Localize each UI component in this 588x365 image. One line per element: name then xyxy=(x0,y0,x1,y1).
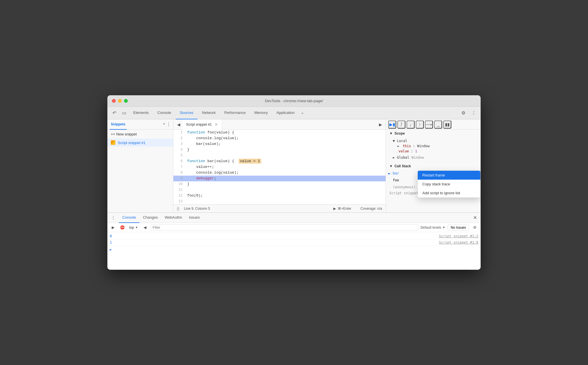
line-num-1: 1 xyxy=(173,130,185,135)
scope-collapse-icon: ▼ xyxy=(389,131,393,135)
settings-icon[interactable]: ⚙ xyxy=(459,108,468,118)
bottom-options-icon[interactable]: ⋮ xyxy=(110,214,117,221)
sidebar: Snippets » ⋮ + + New snippet Script snip… xyxy=(107,119,173,212)
bottom-close-icon[interactable]: ✕ xyxy=(471,214,478,221)
new-snippet-label: + New snippet xyxy=(113,132,137,136)
cursor-position: Line 9, Column 5 xyxy=(184,207,210,211)
console-settings-icon[interactable]: ⚙ xyxy=(471,224,478,231)
editor-nav-back-icon[interactable]: ◀ xyxy=(175,121,183,129)
close-button[interactable] xyxy=(112,99,116,103)
bottom-tab-console[interactable]: Console xyxy=(119,213,140,223)
global-section-header[interactable]: ► Global Window xyxy=(393,155,477,160)
call-stack-header[interactable]: ▼ Call Stack xyxy=(386,162,481,170)
run-snippet[interactable]: ▶ ⌘+Enter xyxy=(333,207,351,211)
levels-chevron-icon: ▼ xyxy=(442,226,445,229)
right-panel: ▶▮ ⤴ ↓ ↑ ⟶ ⎯ ▮▮ ▼ Scope ▼ Local xyxy=(386,119,481,212)
context-menu-copy-stack-trace[interactable]: Copy stack trace xyxy=(418,180,480,189)
line-num-6: 6 xyxy=(173,158,185,164)
global-expand-icon: ► xyxy=(393,156,397,160)
code-line-10: 10 } xyxy=(173,181,386,187)
line-content-11 xyxy=(185,187,192,193)
tab-console[interactable]: Console xyxy=(153,107,175,119)
more-options-icon[interactable]: ⋮ xyxy=(469,108,478,118)
step-out-button[interactable]: ↑ xyxy=(416,121,424,129)
sidebar-content: + + New snippet Script snippet #1 xyxy=(107,130,173,212)
default-levels-selector[interactable]: Default levels ▼ xyxy=(421,226,445,230)
console-toolbar: ▶ ⛔ top ▼ ◀ Default levels ▼ No Issues ⚙ xyxy=(107,223,481,232)
no-issues-button[interactable]: No Issues xyxy=(448,224,469,231)
console-input-area[interactable] xyxy=(114,247,478,252)
devtools-right-icons: ⚙ ⋮ xyxy=(459,108,478,118)
coverage-status: Coverage: n/a xyxy=(361,207,382,211)
code-line-9: 9 debugger; xyxy=(173,176,386,181)
levels-label: Default levels xyxy=(421,226,441,230)
call-stack-label: Call Stack xyxy=(394,164,411,168)
titlebar: DevTools - chrome://new-tab-page/ xyxy=(107,95,481,107)
line-num-2: 2 xyxy=(173,135,185,141)
sidebar-tab-snippets[interactable]: Snippets xyxy=(110,119,127,130)
more-snippets-icon[interactable]: » xyxy=(163,122,165,127)
line-num-3: 3 xyxy=(173,141,185,147)
tab-sources[interactable]: Sources xyxy=(176,107,198,119)
this-expand-icon[interactable]: ► xyxy=(397,144,401,148)
local-collapse-icon: ▼ xyxy=(393,139,397,143)
snippet-label: Script snippet #1 xyxy=(118,141,146,145)
line-num-10: 10 xyxy=(173,181,185,187)
call-stack-context-menu: Restart frame Copy stack trace Add scrip… xyxy=(417,170,481,198)
tab-performance[interactable]: Performance xyxy=(220,107,249,119)
pause-exceptions-button[interactable]: ▮▮ xyxy=(443,121,451,129)
line-content-8: console.log(value); xyxy=(185,170,241,176)
bottom-tab-changes[interactable]: Changes xyxy=(140,213,161,223)
block-icon[interactable]: ⛔ xyxy=(119,224,126,231)
step-over-button[interactable]: ⤴ xyxy=(397,121,405,129)
editor-tab-snippet1[interactable]: Script snippet #1 ✕ xyxy=(183,119,222,130)
code-line-5: 5 xyxy=(173,153,386,158)
chevron-down-icon: ▼ xyxy=(135,226,138,229)
main-area: Snippets » ⋮ + + New snippet Script snip… xyxy=(107,119,481,212)
bottom-tab-issues[interactable]: Issues xyxy=(185,213,203,223)
line-content-3: bar(value); xyxy=(185,141,223,147)
line-content-6: function bar(value) { value = 1 xyxy=(185,158,264,164)
console-line-0: 0 Script snippet #1:2 xyxy=(107,233,481,240)
resume-button[interactable]: ▶▮ xyxy=(388,121,396,129)
bottom-tab-webauthn[interactable]: WebAuthn xyxy=(161,213,185,223)
scope-section-header[interactable]: ▼ Scope xyxy=(386,130,481,137)
filter-input[interactable] xyxy=(151,224,418,231)
step-into-button[interactable]: ↓ xyxy=(407,121,415,129)
step-button[interactable]: ⟶ xyxy=(425,121,433,129)
line-num-12: 12 xyxy=(173,193,185,199)
run-shortcut: ⌘+Enter xyxy=(338,207,351,211)
clear-console-icon[interactable]: ▶ xyxy=(110,224,117,231)
local-section-header[interactable]: ▼ Local xyxy=(393,138,477,143)
editor-run-icon[interactable]: ▶ xyxy=(376,121,384,129)
top-context-selector[interactable]: top ▼ xyxy=(128,225,139,230)
new-snippet-button[interactable]: + + New snippet xyxy=(107,130,173,139)
console-source-1[interactable]: Script snippet #1:8 xyxy=(439,240,478,244)
eye-icon[interactable]: ◀ xyxy=(142,224,148,231)
maximize-button[interactable] xyxy=(124,99,128,103)
console-source-0[interactable]: Script snippet #1:2 xyxy=(439,234,478,238)
line-num-13: 13 xyxy=(173,199,185,204)
minimize-button[interactable] xyxy=(118,99,122,103)
code-line-2: 2 console.log(value); xyxy=(173,135,386,141)
editor-tab-close-icon[interactable]: ✕ xyxy=(214,122,218,127)
code-area[interactable]: 1 function foo(value) { 2 console.log(va… xyxy=(173,130,386,204)
sidebar-options-icon[interactable]: ⋮ xyxy=(166,122,171,127)
sidebar-item-snippet1[interactable]: Script snippet #1 xyxy=(107,139,173,147)
format-icon[interactable]: {} xyxy=(177,206,179,211)
context-menu-restart-frame[interactable]: Restart frame xyxy=(418,171,480,180)
deactivate-button[interactable]: ⎯ xyxy=(434,121,442,129)
sidebar-header-icons: » ⋮ xyxy=(163,122,171,127)
console-prompt[interactable]: ► xyxy=(107,246,481,253)
tab-network[interactable]: Network xyxy=(198,107,220,119)
more-tabs-icon[interactable]: » xyxy=(299,111,305,115)
snippet-icon xyxy=(111,140,115,145)
inspect-icon[interactable]: ▭ xyxy=(119,108,129,118)
context-menu-add-to-ignore[interactable]: Add script to ignore list xyxy=(418,189,480,197)
call-stack-section: ▼ Call Stack ► bar 1:9 ► foo 1:3 xyxy=(386,162,481,196)
tab-elements[interactable]: Elements xyxy=(129,107,153,119)
code-line-7: 7 value++; xyxy=(173,164,386,170)
cursor-icon[interactable]: ↶ xyxy=(110,108,119,118)
tab-application[interactable]: Application xyxy=(272,107,299,119)
tab-memory[interactable]: Memory xyxy=(250,107,272,119)
